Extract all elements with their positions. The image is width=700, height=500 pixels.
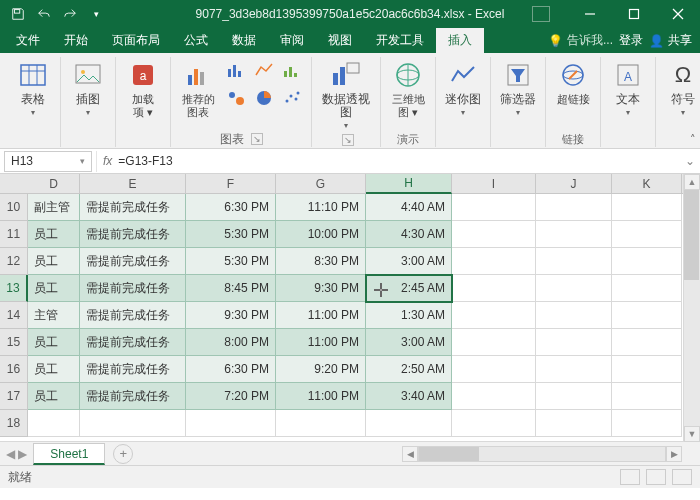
vscroll-thumb[interactable]: [684, 190, 699, 280]
charts-launcher-icon[interactable]: ↘: [251, 133, 263, 145]
row-header[interactable]: 11: [0, 221, 28, 248]
hscroll-thumb[interactable]: [419, 447, 479, 461]
cell[interactable]: [452, 302, 536, 329]
pivot-chart-button[interactable]: 数据透视图▾: [318, 57, 374, 132]
cell[interactable]: [612, 302, 682, 329]
scroll-right-icon[interactable]: ▶: [666, 446, 682, 462]
cell[interactable]: 6:30 PM: [186, 194, 276, 221]
col-header-I[interactable]: I: [452, 174, 536, 194]
cell[interactable]: [452, 248, 536, 275]
cell[interactable]: [452, 383, 536, 410]
text-button[interactable]: A文本▾: [607, 57, 649, 131]
cell[interactable]: [366, 410, 452, 437]
cell[interactable]: [536, 194, 612, 221]
tab-数据[interactable]: 数据: [220, 28, 268, 53]
normal-view-icon[interactable]: [620, 469, 640, 485]
cell[interactable]: [186, 410, 276, 437]
col-header-J[interactable]: J: [536, 174, 612, 194]
name-box[interactable]: H13▾: [4, 151, 92, 172]
cell[interactable]: 6:30 PM: [186, 356, 276, 383]
cell[interactable]: 需提前完成任务: [80, 383, 186, 410]
cell[interactable]: [452, 410, 536, 437]
cell[interactable]: 需提前完成任务: [80, 302, 186, 329]
cell[interactable]: 需提前完成任务: [80, 194, 186, 221]
scatter-chart-icon[interactable]: [279, 85, 305, 111]
line-chart-icon[interactable]: [251, 57, 277, 83]
cell[interactable]: 员工: [28, 248, 80, 275]
cell[interactable]: 11:00 PM: [276, 329, 366, 356]
tab-视图[interactable]: 视图: [316, 28, 364, 53]
cell[interactable]: [536, 410, 612, 437]
cell[interactable]: [28, 410, 80, 437]
sparklines-button[interactable]: 迷你图▾: [442, 57, 484, 131]
misc-chart-icon[interactable]: [279, 57, 305, 83]
cell[interactable]: [612, 356, 682, 383]
page-break-view-icon[interactable]: [672, 469, 692, 485]
tab-审阅[interactable]: 审阅: [268, 28, 316, 53]
pivot-launcher-icon[interactable]: ↘: [342, 134, 354, 146]
cell[interactable]: 11:00 PM: [276, 383, 366, 410]
maximize-button[interactable]: [612, 0, 656, 28]
row-header[interactable]: 13: [0, 275, 28, 302]
signin-button[interactable]: 登录: [619, 32, 643, 49]
minimize-button[interactable]: [568, 0, 612, 28]
cell[interactable]: [612, 410, 682, 437]
cell[interactable]: 2:50 AM: [366, 356, 452, 383]
cell[interactable]: 4:30 AM: [366, 221, 452, 248]
sheet-tab[interactable]: Sheet1: [33, 443, 105, 465]
cell[interactable]: [536, 275, 612, 302]
tables-button[interactable]: 表格▾: [12, 57, 54, 131]
scroll-up-icon[interactable]: ▲: [684, 174, 700, 190]
cell[interactable]: [536, 383, 612, 410]
cell[interactable]: [452, 194, 536, 221]
cell[interactable]: [276, 410, 366, 437]
scroll-left-icon[interactable]: ◀: [402, 446, 418, 462]
cell[interactable]: 员工: [28, 221, 80, 248]
cell[interactable]: 员工: [28, 383, 80, 410]
scroll-down-icon[interactable]: ▼: [684, 426, 700, 442]
cell[interactable]: [612, 275, 682, 302]
cell[interactable]: 2:45 AM: [366, 275, 452, 302]
sheet-nav[interactable]: ◀ ▶: [0, 447, 33, 461]
tab-开始[interactable]: 开始: [52, 28, 100, 53]
spreadsheet-grid[interactable]: DEFGHIJK 10副主管需提前完成任务6:30 PM11:10 PM4:40…: [0, 174, 700, 442]
row-header[interactable]: 17: [0, 383, 28, 410]
row-header[interactable]: 18: [0, 410, 28, 437]
cell[interactable]: [612, 383, 682, 410]
tab-插入[interactable]: 插入: [436, 28, 484, 53]
horizontal-scrollbar[interactable]: ◀ ▶: [402, 446, 682, 462]
cell[interactable]: 8:45 PM: [186, 275, 276, 302]
cell[interactable]: 需提前完成任务: [80, 275, 186, 302]
cell[interactable]: 9:30 PM: [276, 275, 366, 302]
select-all[interactable]: [0, 174, 28, 193]
cell[interactable]: [452, 356, 536, 383]
cell[interactable]: [452, 275, 536, 302]
cell[interactable]: 5:30 PM: [186, 221, 276, 248]
cell[interactable]: 需提前完成任务: [80, 356, 186, 383]
share-button[interactable]: 👤 共享: [649, 32, 692, 49]
page-layout-view-icon[interactable]: [646, 469, 666, 485]
cell[interactable]: 员工: [28, 275, 80, 302]
pie-chart-icon[interactable]: [251, 85, 277, 111]
cell[interactable]: 11:10 PM: [276, 194, 366, 221]
cell[interactable]: 8:30 PM: [276, 248, 366, 275]
cell[interactable]: 3:00 AM: [366, 329, 452, 356]
redo-icon[interactable]: [58, 3, 82, 25]
row-header[interactable]: 10: [0, 194, 28, 221]
col-header-H[interactable]: H: [366, 174, 452, 194]
row-header[interactable]: 14: [0, 302, 28, 329]
symbols-button[interactable]: Ω符号▾: [662, 57, 700, 131]
cell[interactable]: [612, 329, 682, 356]
illustrations-button[interactable]: 插图▾: [67, 57, 109, 131]
formula-input[interactable]: [118, 154, 680, 168]
hyperlink-button[interactable]: 超链接: [552, 57, 594, 131]
tab-页面布局[interactable]: 页面布局: [100, 28, 172, 53]
hierarchy-chart-icon[interactable]: [223, 85, 249, 111]
cell[interactable]: 3:00 AM: [366, 248, 452, 275]
ribbon-display-icon[interactable]: [532, 6, 550, 22]
collapse-ribbon-icon[interactable]: ˄: [690, 133, 696, 146]
tell-me[interactable]: 💡 告诉我...: [548, 32, 613, 49]
qat-customize-icon[interactable]: ▾: [84, 3, 108, 25]
close-button[interactable]: [656, 0, 700, 28]
cell[interactable]: 需提前完成任务: [80, 248, 186, 275]
